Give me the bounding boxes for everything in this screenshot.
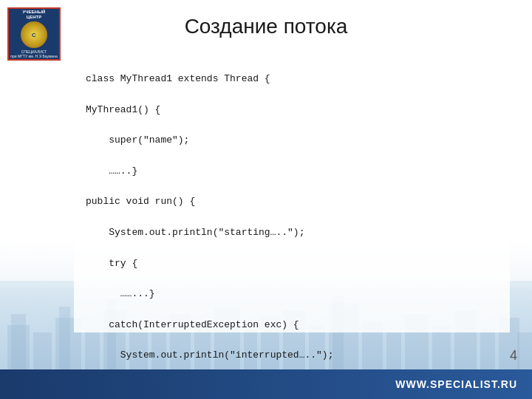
bottom-bar: WWW.SPECIALIST.RU <box>0 369 532 399</box>
slide-title: Создание потока <box>0 15 532 38</box>
svg-rect-3 <box>33 332 52 369</box>
code-line-5: public void run() { <box>86 194 498 210</box>
code-line-1: class MyThread1 extends Thread { <box>86 72 498 87</box>
code-line-8: ……...} <box>86 287 498 302</box>
slide: УЧЕБНЫЙЦЕНТР С СПЕЦИАЛИСТпри МГТУ им. Н.… <box>0 0 532 399</box>
code-line-3: super("name"); <box>86 133 498 149</box>
code-line-2: MyThread1() { <box>86 103 498 118</box>
code-line-7: try { <box>86 256 498 272</box>
code-line-4: ……..} <box>86 164 498 180</box>
code-line-6: System.out.println("starting….."); <box>86 225 498 241</box>
svg-rect-2 <box>11 314 26 369</box>
svg-rect-5 <box>59 307 70 369</box>
svg-rect-27 <box>517 332 532 369</box>
code-block: class MyThread1 extends Thread { MyThrea… <box>86 72 498 399</box>
code-line-10: System.out.println("interrupted….."); <box>86 348 498 364</box>
website-label: WWW.SPECIALIST.RU <box>395 378 517 390</box>
logo-bottom-text: СПЕЦИАЛИСТпри МГТУ им. Н.Э Баумана <box>10 50 57 58</box>
code-line-9: catch(InterruptedException exc) { <box>86 318 498 333</box>
code-container: class MyThread1 extends Thread { MyThrea… <box>74 63 510 332</box>
page-number: 4 <box>510 348 517 364</box>
